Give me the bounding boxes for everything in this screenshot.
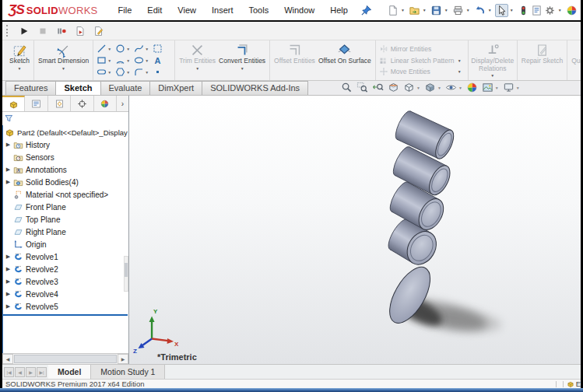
tree-root-part[interactable]: Part2 (Default<<Default>_Display State	[3, 126, 128, 138]
circle-tool-button[interactable]: ▼	[114, 44, 133, 54]
view-orientation-button[interactable]: ▼	[402, 82, 421, 93]
dropdown-caret-icon[interactable]: ▼	[490, 73, 494, 78]
stop-macro-button[interactable]	[36, 24, 49, 37]
rollback-bar[interactable]	[3, 314, 128, 316]
dropdown-caret-icon[interactable]: ▼	[107, 58, 111, 63]
pin-menu-button[interactable]	[360, 5, 372, 16]
tree-item-history[interactable]: ▶ History	[3, 138, 128, 151]
select-tool-button[interactable]	[495, 4, 508, 17]
tree-item-revolve1[interactable]: ▶ Revolve1	[3, 250, 128, 263]
new-macro-button[interactable]	[73, 24, 86, 37]
tab-features[interactable]: Features	[5, 81, 56, 95]
dropdown-caret-icon[interactable]: ▼	[516, 86, 520, 90]
convert-entities-button[interactable]: Convert Entities ▼	[217, 42, 267, 79]
dropdown-caret-icon[interactable]: ▼	[126, 70, 130, 75]
tab-configuration-manager[interactable]	[48, 96, 71, 111]
tab-solidworks-add-ins[interactable]: SOLIDWORKS Add-Ins	[202, 81, 308, 95]
dropdown-caret-icon[interactable]: ▼	[416, 86, 420, 90]
sketch-text-button[interactable]	[152, 55, 170, 65]
filter-button[interactable]	[4, 114, 14, 124]
expand-arrow-icon[interactable]: ▶	[5, 179, 11, 185]
menu-view[interactable]: View	[177, 5, 196, 15]
menu-help[interactable]: Help	[330, 5, 348, 15]
options-button[interactable]	[543, 4, 557, 17]
dropdown-caret-icon[interactable]: ▼	[495, 86, 499, 90]
menu-file[interactable]: File	[118, 5, 132, 15]
smart-dimension-button[interactable]: Smart Dimension ▼	[37, 42, 90, 79]
quick-snaps-button[interactable]: Quick Snaps ▼	[570, 42, 581, 79]
dropdown-caret-icon[interactable]: ▼	[458, 86, 462, 90]
tree-item-annotations[interactable]: ▶ Annotations	[3, 163, 128, 176]
undo-button[interactable]	[473, 4, 486, 17]
tab-motion-study-1[interactable]: Motion Study 1	[91, 365, 165, 379]
dropdown-caret-icon[interactable]: ▼	[458, 69, 462, 74]
dropdown-caret-icon[interactable]: ▼	[61, 66, 65, 71]
previous-tab-button[interactable]: ◀	[15, 367, 25, 377]
slot-tool-button[interactable]: ▼	[96, 67, 114, 77]
expand-arrow-icon[interactable]: ▶	[5, 166, 11, 173]
tree-vertical-scrollbar[interactable]	[124, 256, 128, 292]
trim-entities-button[interactable]: Trim Entities ▼	[177, 42, 217, 79]
dropdown-caret-icon[interactable]: ▼	[423, 8, 427, 12]
model-canvas[interactable]: Y X Z	[129, 96, 581, 364]
hide-show-items-button[interactable]: ▼	[444, 82, 463, 93]
dropdown-caret-icon[interactable]: ▼	[18, 66, 22, 71]
expand-arrow-icon[interactable]: ▶	[5, 142, 11, 148]
last-tab-button[interactable]: ▶|	[37, 367, 47, 377]
graphics-viewport[interactable]: Y X Z *Trimetric	[129, 96, 581, 364]
tab-feature-manager[interactable]	[2, 96, 25, 111]
tree-item-right-plane[interactable]: Right Plane	[3, 226, 128, 238]
dropdown-caret-icon[interactable]: ▼	[126, 58, 130, 63]
dropdown-caret-icon[interactable]: ▼	[401, 8, 405, 12]
line-tool-button[interactable]: ▼	[96, 44, 114, 54]
tree-item-front-plane[interactable]: Front Plane	[3, 201, 128, 213]
tree-item-sensors[interactable]: Sensors	[3, 151, 128, 163]
tab-property-manager[interactable]	[25, 96, 47, 111]
toolbar-drag-handle[interactable]	[6, 25, 9, 37]
tab-dimxpert-manager[interactable]	[71, 96, 93, 111]
dropdown-caret-icon[interactable]: ▼	[145, 70, 149, 75]
sketch-button[interactable]: Sketch ▼	[8, 42, 31, 79]
menu-tools[interactable]: Tools	[248, 5, 269, 15]
expand-arrow-icon[interactable]: ▶	[5, 303, 11, 310]
orientation-triad[interactable]: Y X Z	[133, 308, 179, 354]
scroll-left-arrow[interactable]: ◀	[2, 354, 13, 364]
dropdown-caret-icon[interactable]: ▼	[458, 58, 462, 63]
offset-entities-button[interactable]: Offset Entities	[272, 42, 317, 79]
dropdown-caret-icon[interactable]: ▼	[558, 8, 562, 12]
view-settings-button[interactable]: ▼	[502, 82, 521, 93]
dropdown-caret-icon[interactable]: ▼	[466, 8, 470, 12]
dropdown-caret-icon[interactable]: ▼	[444, 8, 448, 12]
edit-appearance-button[interactable]	[465, 82, 479, 93]
tree-item-origin[interactable]: Origin	[3, 238, 128, 250]
scroll-right-arrow[interactable]: ▶	[118, 354, 128, 364]
apply-scene-button[interactable]: ▼	[481, 82, 500, 93]
dropdown-caret-icon[interactable]: ▼	[107, 70, 111, 75]
tree-item-revolve3[interactable]: ▶ Revolve3	[3, 275, 128, 288]
expand-arrow-icon[interactable]: ▶	[5, 254, 11, 260]
tree-item-top-plane[interactable]: Top Plane	[3, 213, 128, 226]
tab-sketch[interactable]: Sketch	[55, 81, 100, 95]
display-delete-relations-button[interactable]: Display/Delete Relations ▼	[471, 42, 515, 79]
previous-view-button[interactable]	[371, 82, 385, 93]
expand-arrow-icon[interactable]: ▶	[5, 266, 11, 272]
tab-dimxpert[interactable]: DimXpert	[149, 81, 202, 95]
tree-item-material[interactable]: Material <not specified>	[3, 188, 128, 201]
dropdown-caret-icon[interactable]: ▼	[488, 8, 492, 12]
new-document-button[interactable]	[386, 4, 399, 17]
rectangle-tool-button[interactable]: ▼	[96, 55, 114, 65]
tab-model[interactable]: Model	[48, 365, 91, 379]
menu-window[interactable]: Window	[284, 5, 314, 15]
tree-item-revolve2[interactable]: ▶ Revolve2	[3, 263, 128, 275]
scrollbar-thumb[interactable]	[14, 355, 117, 363]
dropdown-caret-icon[interactable]: ▼	[195, 66, 199, 71]
edit-macro-button[interactable]	[92, 24, 105, 37]
open-document-button[interactable]	[408, 4, 421, 17]
tree-item-solid-bodies[interactable]: ▶ Solid Bodies(4)	[3, 176, 128, 188]
help-button[interactable]	[565, 4, 578, 17]
print-button[interactable]	[451, 4, 465, 17]
pause-record-macro-button[interactable]	[54, 24, 68, 37]
mirror-entities-button[interactable]: Mirror Entities	[379, 44, 465, 54]
dropdown-caret-icon[interactable]: ▼	[145, 58, 149, 63]
tab-display-manager[interactable]	[94, 96, 117, 111]
